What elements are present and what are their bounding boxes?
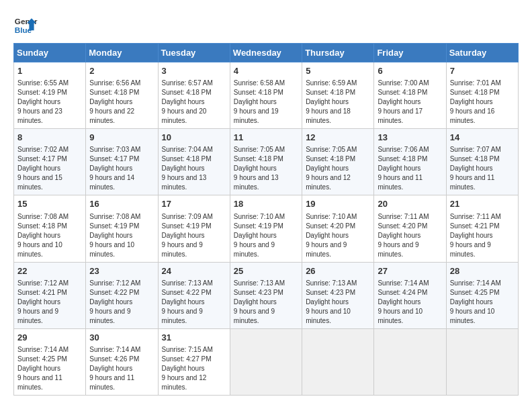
- sunset-label: Sunset: 4:22 PM: [162, 289, 212, 296]
- daylight-label: Daylight hours: [162, 232, 205, 239]
- week-row-1: 1 Sunrise: 6:55 AM Sunset: 4:19 PM Dayli…: [14, 62, 519, 129]
- day-number: 30: [89, 332, 154, 344]
- day-cell-26: 26 Sunrise: 7:13 AM Sunset: 4:23 PM Dayl…: [302, 262, 374, 328]
- daylight-value: 9 hours and 11 minutes.: [378, 174, 423, 191]
- week-row-2: 8 Sunrise: 7:02 AM Sunset: 4:17 PM Dayli…: [14, 129, 519, 195]
- day-cell-8: 8 Sunrise: 7:02 AM Sunset: 4:17 PM Dayli…: [14, 129, 86, 195]
- header-friday: Friday: [374, 44, 446, 62]
- sunrise-label: Sunrise: 7:08 AM: [89, 213, 140, 220]
- day-cell-20: 20 Sunrise: 7:11 AM Sunset: 4:20 PM Dayl…: [374, 195, 446, 262]
- day-cell-31: 31 Sunrise: 7:15 AM Sunset: 4:27 PM Dayl…: [158, 328, 230, 395]
- sunset-label: Sunset: 4:23 PM: [306, 289, 355, 296]
- daylight-value: 9 hours and 10 minutes.: [89, 241, 134, 258]
- sunset-label: Sunset: 4:18 PM: [162, 89, 212, 96]
- day-number: 17: [162, 198, 226, 210]
- sunrise-label: Sunrise: 7:10 AM: [234, 213, 285, 220]
- daylight-label: Daylight hours: [17, 298, 60, 306]
- day-number: 28: [450, 265, 515, 277]
- day-number: 13: [378, 132, 442, 144]
- day-cell-22: 22 Sunrise: 7:12 AM Sunset: 4:21 PM Dayl…: [14, 262, 86, 328]
- sunset-label: Sunset: 4:21 PM: [450, 222, 500, 230]
- sunrise-label: Sunrise: 7:03 AM: [89, 146, 140, 153]
- day-cell-21: 21 Sunrise: 7:11 AM Sunset: 4:21 PM Dayl…: [446, 195, 518, 262]
- daylight-label: Daylight hours: [162, 165, 205, 172]
- day-number: 8: [17, 132, 82, 144]
- sunset-label: Sunset: 4:20 PM: [306, 222, 355, 230]
- daylight-value: 9 hours and 23 minutes.: [17, 107, 62, 124]
- daylight-label: Daylight hours: [378, 232, 420, 239]
- sunset-label: Sunset: 4:19 PM: [89, 222, 139, 230]
- daylight-value: 9 hours and 9 minutes.: [306, 241, 347, 258]
- sunset-label: Sunset: 4:18 PM: [17, 222, 67, 230]
- week-row-5: 29 Sunrise: 7:14 AM Sunset: 4:25 PM Dayl…: [14, 328, 519, 395]
- daylight-value: 9 hours and 20 minutes.: [162, 107, 207, 124]
- daylight-label: Daylight hours: [89, 165, 132, 172]
- daylight-label: Daylight hours: [306, 165, 349, 172]
- day-cell-29: 29 Sunrise: 7:14 AM Sunset: 4:25 PM Dayl…: [14, 328, 86, 395]
- sunset-label: Sunset: 4:19 PM: [234, 222, 283, 230]
- day-cell-2: 2 Sunrise: 6:56 AM Sunset: 4:18 PM Dayli…: [86, 62, 158, 129]
- daylight-value: 9 hours and 10 minutes.: [378, 308, 423, 324]
- daylight-value: 9 hours and 12 minutes.: [162, 374, 207, 391]
- sunrise-label: Sunrise: 7:07 AM: [450, 146, 501, 153]
- day-number: 18: [234, 198, 298, 210]
- sunset-label: Sunset: 4:21 PM: [17, 289, 67, 296]
- day-cell-12: 12 Sunrise: 7:05 AM Sunset: 4:18 PM Dayl…: [302, 129, 374, 195]
- daylight-value: 9 hours and 9 minutes.: [17, 308, 58, 324]
- sunrise-label: Sunrise: 7:12 AM: [17, 279, 69, 287]
- day-cell-27: 27 Sunrise: 7:14 AM Sunset: 4:24 PM Dayl…: [374, 262, 446, 328]
- sunset-label: Sunset: 4:20 PM: [378, 222, 427, 230]
- sunrise-label: Sunrise: 7:14 AM: [378, 279, 429, 287]
- week-row-4: 22 Sunrise: 7:12 AM Sunset: 4:21 PM Dayl…: [14, 262, 519, 328]
- sunset-label: Sunset: 4:18 PM: [450, 89, 500, 96]
- daylight-value: 9 hours and 9 minutes.: [162, 308, 203, 324]
- sunrise-label: Sunrise: 6:59 AM: [306, 79, 357, 87]
- sunrise-label: Sunrise: 7:15 AM: [162, 346, 213, 353]
- sunrise-label: Sunrise: 7:08 AM: [17, 213, 69, 220]
- sunrise-label: Sunrise: 7:13 AM: [306, 279, 357, 287]
- sunrise-label: Sunrise: 7:02 AM: [17, 146, 69, 153]
- day-cell-18: 18 Sunrise: 7:10 AM Sunset: 4:19 PM Dayl…: [230, 195, 302, 262]
- sunrise-label: Sunrise: 6:58 AM: [234, 79, 285, 87]
- sunrise-label: Sunrise: 7:05 AM: [234, 146, 285, 153]
- day-cell-25: 25 Sunrise: 7:13 AM Sunset: 4:23 PM Dayl…: [230, 262, 302, 328]
- daylight-value: 9 hours and 11 minutes.: [89, 374, 134, 391]
- day-number: 26: [306, 265, 370, 277]
- empty-cell: [374, 328, 446, 395]
- sunset-label: Sunset: 4:18 PM: [306, 155, 355, 163]
- daylight-label: Daylight hours: [89, 98, 132, 105]
- daylight-value: 9 hours and 9 minutes.: [378, 241, 418, 258]
- sunset-label: Sunset: 4:18 PM: [234, 155, 283, 163]
- header-thursday: Thursday: [302, 44, 374, 62]
- sunset-label: Sunset: 4:18 PM: [234, 89, 283, 96]
- day-number: 23: [89, 265, 154, 277]
- day-cell-3: 3 Sunrise: 6:57 AM Sunset: 4:18 PM Dayli…: [158, 62, 230, 129]
- sunrise-label: Sunrise: 6:56 AM: [89, 79, 140, 87]
- daylight-value: 9 hours and 9 minutes.: [234, 308, 275, 324]
- daylight-value: 9 hours and 15 minutes.: [17, 174, 62, 191]
- daylight-value: 9 hours and 9 minutes.: [450, 241, 491, 258]
- daylight-label: Daylight hours: [306, 298, 349, 306]
- day-number: 6: [378, 65, 442, 77]
- day-number: 29: [17, 332, 82, 344]
- daylight-label: Daylight hours: [89, 365, 132, 372]
- day-number: 20: [378, 198, 442, 210]
- sunset-label: Sunset: 4:18 PM: [378, 155, 427, 163]
- daylight-value: 9 hours and 9 minutes.: [234, 241, 275, 258]
- sunrise-label: Sunrise: 7:01 AM: [450, 79, 501, 87]
- empty-cell: [302, 328, 374, 395]
- daylight-value: 9 hours and 9 minutes.: [162, 241, 203, 258]
- day-number: 31: [162, 332, 226, 344]
- sunrise-label: Sunrise: 7:06 AM: [378, 146, 429, 153]
- sunrise-label: Sunrise: 7:05 AM: [306, 146, 357, 153]
- day-number: 10: [162, 132, 226, 144]
- logo: General Blue: [13, 13, 38, 38]
- day-cell-6: 6 Sunrise: 7:00 AM Sunset: 4:18 PM Dayli…: [374, 62, 446, 129]
- sunset-label: Sunset: 4:18 PM: [89, 89, 139, 96]
- sunset-label: Sunset: 4:25 PM: [17, 355, 67, 363]
- day-cell-15: 15 Sunrise: 7:08 AM Sunset: 4:18 PM Dayl…: [14, 195, 86, 262]
- sunrise-label: Sunrise: 7:14 AM: [450, 279, 501, 287]
- daylight-label: Daylight hours: [234, 165, 277, 172]
- day-number: 9: [89, 132, 154, 144]
- sunrise-label: Sunrise: 7:10 AM: [306, 213, 357, 220]
